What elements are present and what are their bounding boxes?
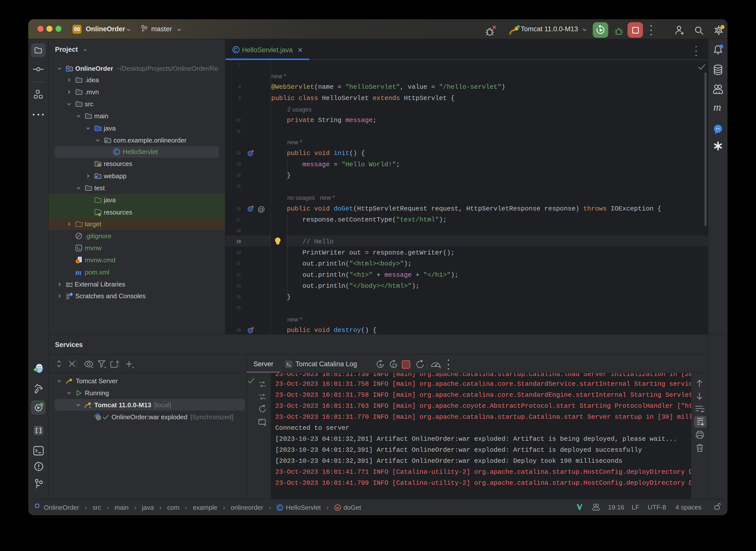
- svg-text:m: m: [336, 506, 339, 510]
